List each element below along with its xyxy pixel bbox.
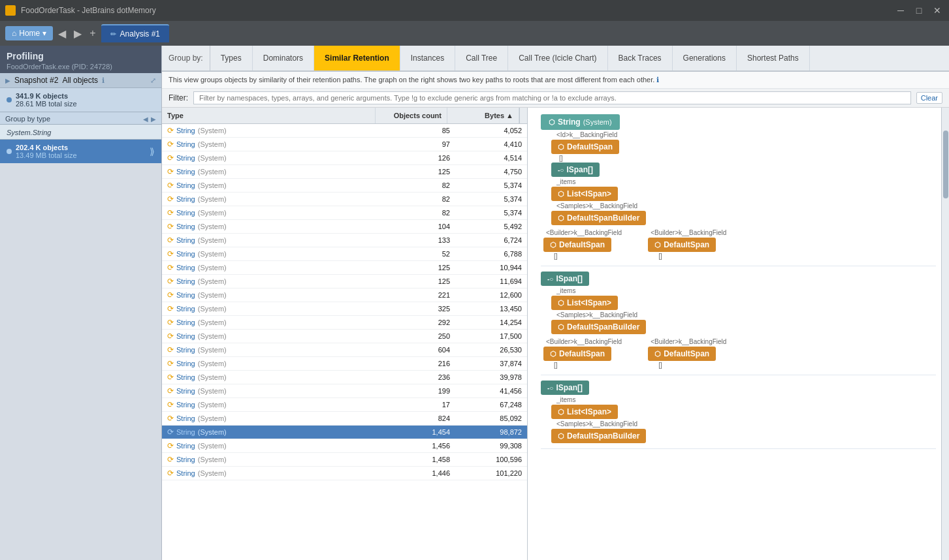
home-dropdown-icon: ▾ bbox=[42, 29, 46, 38]
graph-section: ⬡ String (System) <Id>k__BackingField ⬡ … bbox=[528, 108, 949, 560]
table-row[interactable]: ⟳String (System)19941,456 bbox=[162, 384, 527, 398]
table-row[interactable]: ⟳String (System)29214,254 bbox=[162, 316, 527, 330]
profiling-header: Profiling FoodOrderTask.exe (PID: 24728) bbox=[0, 46, 161, 73]
table-row[interactable]: ⟳String (System)12510,944 bbox=[162, 261, 527, 275]
snapshot-expand-icon[interactable]: ▶ bbox=[5, 77, 10, 84]
tab-generations[interactable]: Generations bbox=[673, 46, 737, 70]
main-layout: Profiling FoodOrderTask.exe (PID: 24728)… bbox=[0, 46, 949, 560]
filter-label: Filter: bbox=[169, 93, 188, 102]
table-row[interactable]: ⟳String (System)1767,248 bbox=[162, 398, 527, 412]
builder-field-left-1: <Builder>k__BackingField bbox=[546, 229, 622, 236]
group-type-item: System.String bbox=[0, 125, 161, 140]
tab-dominators[interactable]: Dominators bbox=[253, 46, 314, 70]
table-row[interactable]: ⟳String (System)1045,492 bbox=[162, 220, 527, 234]
builder-label-3: DefaultSpanBuilder bbox=[567, 431, 639, 441]
tab-similar-retention[interactable]: Similar Retention bbox=[314, 46, 400, 70]
table-row[interactable]: ⟳String (System)974,410 bbox=[162, 138, 527, 151]
table-row[interactable]: ⟳String (System)22112,600 bbox=[162, 288, 527, 302]
total-size-label: 28.61 MB total size bbox=[16, 100, 77, 108]
table-row[interactable]: ⟳String (System)23639,978 bbox=[162, 371, 527, 384]
total-stats-row: 341.9 K objects 28.61 MB total size bbox=[0, 88, 161, 112]
type-icon: ⟳ bbox=[167, 318, 174, 327]
group-collapse-icon[interactable]: ◀ bbox=[143, 116, 148, 123]
bracket-r2: [] bbox=[658, 362, 726, 369]
table-row[interactable]: ⟳String (System)1264,514 bbox=[162, 151, 527, 165]
table-row[interactable]: ⟳String (System)1336,724 bbox=[162, 234, 527, 247]
type-icon: ⟳ bbox=[167, 386, 174, 396]
table-row[interactable]: ⟳String (System)825,374 bbox=[162, 206, 527, 220]
table-row[interactable]: ⟳String (System)526,788 bbox=[162, 247, 527, 261]
defaultspan-icon-1: ⬡ bbox=[558, 143, 564, 151]
table-row[interactable]: ⟳String (System)825,374 bbox=[162, 193, 527, 206]
table-row[interactable]: ⟳String (System)12511,694 bbox=[162, 275, 527, 288]
table-row[interactable]: ⟳String (System)1254,750 bbox=[162, 165, 527, 179]
group-type-value: System.String bbox=[7, 129, 155, 136]
type-icon: ⟳ bbox=[167, 400, 174, 409]
tab-back-traces[interactable]: Back Traces bbox=[608, 46, 673, 70]
tab-call-tree-icicle[interactable]: Call Tree (Icicle Chart) bbox=[508, 46, 607, 70]
type-icon: ⟳ bbox=[167, 236, 174, 245]
tab-types[interactable]: Types bbox=[210, 46, 253, 70]
defaultspan-label-1: DefaultSpan bbox=[567, 142, 613, 151]
tab-shortest-paths[interactable]: Shortest Paths bbox=[737, 46, 810, 70]
group-by-type-label: Group by type bbox=[5, 115, 50, 123]
back-button[interactable]: ◀ bbox=[56, 25, 69, 42]
group-by-type-section: Group by type ◀ ▶ bbox=[0, 112, 161, 125]
minimize-button[interactable]: ─ bbox=[894, 5, 907, 16]
group-expand-icon[interactable]: ▶ bbox=[151, 116, 156, 123]
builder-icon-3: ⬡ bbox=[558, 432, 564, 441]
table-row[interactable]: ⟳String (System)32513,450 bbox=[162, 302, 527, 316]
drill-into-icon[interactable]: ⟫ bbox=[150, 146, 155, 157]
tab-instances[interactable]: Instances bbox=[400, 46, 455, 70]
builder-field-right-1: <Builder>k__BackingField bbox=[651, 229, 726, 236]
builder-icon-1: ⬡ bbox=[558, 214, 564, 223]
info-bar: This view groups objects by similarity o… bbox=[162, 72, 949, 89]
table-row[interactable]: ⟳String (System)825,374 bbox=[162, 179, 527, 193]
column-bytes[interactable]: Bytes ▲ bbox=[447, 108, 519, 123]
type-icon: ⟳ bbox=[167, 263, 174, 272]
builder-field-right-2: <Builder>k__BackingField bbox=[651, 338, 726, 345]
snapshot-info-icon[interactable]: ℹ bbox=[102, 76, 105, 85]
info-help-icon[interactable]: ℹ bbox=[656, 76, 659, 84]
filter-input[interactable] bbox=[193, 91, 911, 104]
maximize-button[interactable]: □ bbox=[912, 5, 925, 16]
tab-call-tree[interactable]: Call Tree bbox=[455, 46, 508, 70]
ispan-label-1: ISpan[] bbox=[566, 165, 593, 174]
analysis-tab[interactable]: ✏ Analysis #1 bbox=[101, 24, 169, 42]
selected-group-item[interactable]: 202.4 K objects 13.49 MB total size ⟫ bbox=[0, 140, 161, 163]
type-icon: ⟳ bbox=[167, 428, 174, 437]
defaultspan-label-l1: DefaultSpan bbox=[559, 240, 605, 249]
table-row[interactable]: ⟳String (System)1,446101,220 bbox=[162, 467, 527, 480]
type-icon: ⟳ bbox=[167, 414, 174, 423]
graph-scrollbar[interactable] bbox=[941, 108, 949, 560]
forward-button[interactable]: ▶ bbox=[71, 25, 84, 42]
column-type[interactable]: Type bbox=[162, 108, 376, 123]
analysis-tab-label: Analysis #1 bbox=[120, 29, 160, 39]
clear-button[interactable]: Clear bbox=[916, 92, 942, 104]
table-row[interactable]: ⟳String (System)82485,092 bbox=[162, 412, 527, 426]
table-row[interactable]: ⟳String (System)1,458100,596 bbox=[162, 453, 527, 467]
group-by-label: Group by: bbox=[162, 46, 210, 70]
table-row[interactable]: ⟳String (System)854,052 bbox=[162, 124, 527, 138]
list-label-2: List<ISpan> bbox=[567, 298, 611, 307]
snapshot-label: Snapshot #2 bbox=[14, 76, 58, 85]
graph-group-3: -○ ISpan[] _items ⬡ List<ISpan> <Samples… bbox=[541, 381, 936, 449]
add-tab-button[interactable]: + bbox=[87, 25, 98, 42]
samples-field-1: <Samples>k__BackingField bbox=[556, 202, 936, 210]
items-field-3: _items bbox=[556, 396, 936, 403]
type-icon: ⟳ bbox=[167, 332, 174, 341]
graph-scroll-thumb[interactable] bbox=[943, 131, 948, 198]
profiling-title: Profiling bbox=[7, 51, 155, 61]
column-objects-count[interactable]: Objects count bbox=[376, 108, 447, 123]
close-button[interactable]: ✕ bbox=[931, 5, 944, 16]
table-body: ⟳String (System)854,052 ⟳String (System)… bbox=[162, 124, 527, 560]
table-row[interactable]: ⟳String (System)60426,530 bbox=[162, 343, 527, 357]
table-row[interactable]: ⟳String (System)21637,874 bbox=[162, 357, 527, 371]
table-row-selected[interactable]: ⟳String (System)1,45498,872 bbox=[162, 426, 527, 439]
tab-bar: Group by: Types Dominators Similar Reten… bbox=[162, 46, 949, 72]
table-row[interactable]: ⟳String (System)1,45699,308 bbox=[162, 439, 527, 453]
type-icon: ⟳ bbox=[167, 277, 174, 286]
home-button[interactable]: ⌂ Home ▾ bbox=[5, 26, 53, 40]
snapshot-collapse-icon[interactable]: ⤢ bbox=[150, 76, 156, 85]
table-row[interactable]: ⟳String (System)25017,500 bbox=[162, 330, 527, 343]
